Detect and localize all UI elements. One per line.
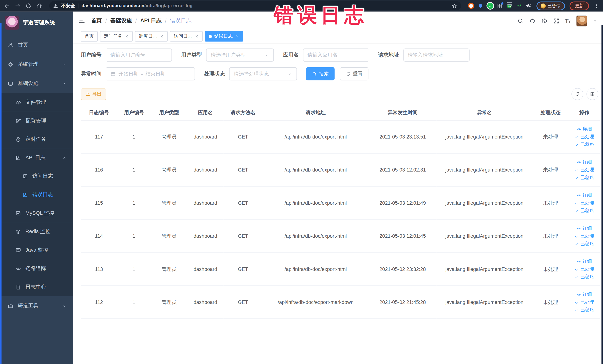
close-icon[interactable] xyxy=(160,34,164,39)
close-icon[interactable] xyxy=(195,34,199,39)
action-label: 已忽略 xyxy=(580,240,594,247)
breadcrumb-item[interactable]: 首页 xyxy=(91,17,102,24)
green-leaf-extension-icon[interactable] xyxy=(516,3,522,9)
action-已忽略[interactable]: 已忽略 xyxy=(574,306,594,313)
avatar[interactable] xyxy=(576,15,587,26)
sidebar-item-trace[interactable]: 链路追踪 xyxy=(0,259,73,278)
actions-cell: 详细已处理已忽略 xyxy=(569,186,600,219)
sidebar-item-file[interactable]: 文件管理 xyxy=(0,93,73,112)
table-cell: /api/infra/db-doc/export-html xyxy=(263,186,369,219)
tab-访问日志[interactable]: 访问日志 xyxy=(170,31,203,42)
eye-icon xyxy=(15,266,21,271)
paused-badge[interactable]: 已暂停 xyxy=(536,1,565,10)
breadcrumb-item: 错误日志 xyxy=(170,17,191,24)
column-settings-button[interactable] xyxy=(587,88,598,100)
table-cell: 未处理 xyxy=(532,220,569,253)
hamburger-icon[interactable] xyxy=(78,17,85,24)
sidebar-item-api-log[interactable]: API 日志 xyxy=(0,149,73,167)
user-type-select[interactable]: 请选择用户类型 xyxy=(206,48,274,61)
action-详细[interactable]: 详细 xyxy=(577,126,592,132)
sidebar-item-infra[interactable]: 基础设施 xyxy=(0,74,73,93)
scrollbar-strip[interactable] xyxy=(602,25,603,364)
github-icon[interactable] xyxy=(529,17,536,24)
request-url-input[interactable]: 请输入请求地址 xyxy=(403,48,469,61)
exception-time-daterange[interactable]: 开始日期-结束日期 xyxy=(106,67,195,81)
select-placeholder: 请选择用户类型 xyxy=(211,52,246,59)
user-id-input[interactable]: 请输入用户编号 xyxy=(106,48,172,61)
action-详细[interactable]: 详细 xyxy=(577,159,592,165)
home-icon[interactable] xyxy=(36,3,42,9)
action-已处理[interactable]: 已处理 xyxy=(574,133,594,140)
sidebar-item-mysql[interactable]: MySQL 监控 xyxy=(0,204,73,223)
sidebar-item-java[interactable]: Java 监控 xyxy=(0,241,73,259)
action-已忽略[interactable]: 已忽略 xyxy=(574,207,594,214)
grid-extension-icon[interactable] xyxy=(497,3,503,9)
fullscreen-icon[interactable] xyxy=(553,17,560,24)
action-已处理[interactable]: 已处理 xyxy=(574,299,594,305)
blue-shield-extension-icon[interactable] xyxy=(477,3,484,9)
green-check-extension-icon[interactable] xyxy=(487,3,493,9)
forward-icon[interactable] xyxy=(15,3,21,9)
app-name-input[interactable]: 请输入应用名 xyxy=(303,48,369,61)
table-cell: 2021-05-02 21:45:28 xyxy=(369,286,436,318)
update-button[interactable]: 更新 xyxy=(569,1,589,10)
tab-定时任务[interactable]: 定时任务 xyxy=(100,31,133,42)
caret-down-icon[interactable] xyxy=(593,18,598,23)
puzzle-extension-icon[interactable] xyxy=(525,3,532,9)
action-已处理[interactable]: 已处理 xyxy=(574,266,594,272)
breadcrumb-item[interactable]: 基础设施 xyxy=(110,17,132,24)
on-badge-extension-icon[interactable]: on xyxy=(506,3,512,9)
close-icon[interactable] xyxy=(235,34,239,39)
action-已忽略[interactable]: 已忽略 xyxy=(574,141,594,148)
action-详细[interactable]: 详细 xyxy=(577,291,592,298)
action-详细[interactable]: 详细 xyxy=(577,258,592,265)
sidebar-item-error-log[interactable]: 错误日志 xyxy=(0,186,73,204)
bookmark-star-icon[interactable] xyxy=(451,3,457,9)
search-icon[interactable] xyxy=(517,17,524,24)
check-icon xyxy=(574,134,579,139)
divider xyxy=(78,3,78,8)
orange-ring-extension-icon[interactable] xyxy=(468,3,474,9)
action-label: 已忽略 xyxy=(580,174,594,181)
action-已处理[interactable]: 已处理 xyxy=(574,166,594,173)
tab-调度日志[interactable]: 调度日志 xyxy=(135,31,168,42)
sidebar-item-job[interactable]: 定时任务 xyxy=(0,130,73,149)
action-详细[interactable]: 详细 xyxy=(577,192,592,199)
sidebar-item-system[interactable]: 系统管理 xyxy=(0,55,73,74)
chevron-down-icon xyxy=(62,303,67,308)
sidebar-logo[interactable]: 芋道管理系统 xyxy=(0,12,73,34)
url-path: /infra/log/api-error-log xyxy=(144,3,193,9)
close-icon[interactable] xyxy=(125,34,129,39)
help-icon[interactable] xyxy=(541,17,548,24)
sidebar-item-label: Redis 监控 xyxy=(25,228,50,235)
back-icon[interactable] xyxy=(4,3,10,9)
action-详细[interactable]: 详细 xyxy=(577,225,592,232)
action-已忽略[interactable]: 已忽略 xyxy=(574,240,594,247)
action-已忽略[interactable]: 已忽略 xyxy=(574,174,594,181)
sidebar-item-log-center[interactable]: 日志中心 xyxy=(0,278,73,296)
export-button[interactable]: 导出 xyxy=(81,88,106,100)
sidebar-item-dev-tools[interactable]: 研发工具 xyxy=(0,296,73,316)
sidebar-item-config[interactable]: 配置管理 xyxy=(0,112,73,130)
sidebar-item-home[interactable]: 首页 xyxy=(0,35,73,55)
process-status-select[interactable]: 请选择处理状态 xyxy=(229,67,297,81)
action-已处理[interactable]: 已处理 xyxy=(574,233,594,239)
refresh-button[interactable] xyxy=(571,88,583,100)
action-label: 详细 xyxy=(583,159,592,165)
logo-title: 芋道管理系统 xyxy=(23,19,55,26)
search-button[interactable]: 搜索 xyxy=(306,67,335,81)
tab-首页[interactable]: 首页 xyxy=(81,31,98,42)
address-bar[interactable]: 不安全 dashboard.yudao.iocoder.cn/infra/log… xyxy=(49,1,461,10)
action-已处理[interactable]: 已处理 xyxy=(574,200,594,206)
reload-icon[interactable] xyxy=(25,3,32,9)
browser-menu-icon[interactable] xyxy=(594,3,599,9)
tab-错误日志[interactable]: 错误日志 xyxy=(205,31,243,42)
reset-button[interactable]: 重置 xyxy=(340,67,369,81)
breadcrumb-item[interactable]: API 日志 xyxy=(140,17,162,24)
filter-item: 应用名请输入应用名 xyxy=(283,48,369,61)
sidebar-item-redis[interactable]: Redis 监控 xyxy=(0,222,73,241)
chevron-up-icon xyxy=(62,81,67,86)
action-已忽略[interactable]: 已忽略 xyxy=(574,273,594,280)
sidebar-item-access-log[interactable]: 访问日志 xyxy=(0,167,73,186)
font-size-icon[interactable]: TT xyxy=(565,18,570,23)
